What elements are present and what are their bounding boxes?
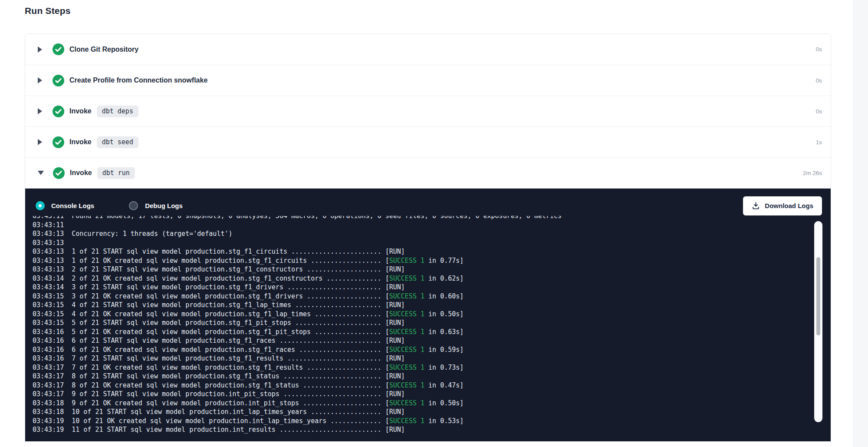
log-line: 03:43:155 of 21 START sql view model pro… [33,318,811,328]
step-duration: 0s [816,108,822,115]
log-message: 5 of 21 OK created sql view model produc… [72,328,389,336]
log-line: 03:43:154 of 21 START sql view model pro… [33,301,811,310]
step-duration: 0s [816,77,822,84]
log-line: 03:43:13Concurrency: 1 threads (target='… [33,229,811,238]
debug-logs-radio[interactable]: Debug Logs [129,201,183,210]
log-success-status: SUCCESS 1 [389,328,424,336]
radio-unselected-icon[interactable] [129,201,138,210]
step-row-create-profile[interactable]: Create Profile from Connection snowflake… [25,65,831,96]
success-check-icon [53,167,65,179]
log-line: 03:43:153 of 21 OK created sql view mode… [33,292,811,301]
log-timestamp: 03:43:18 [33,399,64,407]
log-message: 9 of 21 OK created sql view model produc… [72,399,389,407]
log-line: 03:43:13 [33,238,811,248]
log-timestamp: 03:43:17 [33,381,64,389]
log-line: 03:43:178 of 21 START sql view model pro… [33,372,811,381]
step-label: Invoke [70,169,92,177]
success-check-icon [53,75,64,86]
log-success-status: SUCCESS 1 [389,275,424,282]
console-scrollbar-thumb[interactable] [816,257,820,335]
download-logs-button[interactable]: Download Logs [743,196,822,215]
log-message-suffix: in 0.50s] [424,399,464,407]
success-check-icon [53,106,64,117]
success-check-icon [53,43,64,55]
step-duration: 1s [816,139,822,146]
run-steps-card: Clone Git Repository 0s Create Profile f… [25,33,831,447]
log-timestamp: 03:43:16 [33,354,64,362]
console-logs-radio[interactable]: Console Logs [36,201,94,210]
chevron-right-icon[interactable] [38,139,42,145]
log-message: 8 of 21 START sql view model production.… [72,372,405,380]
step-row-clone-git-repository[interactable]: Clone Git Repository 0s [25,34,831,65]
log-message: 10 of 21 START sql view model production… [72,408,405,416]
log-timestamp: 03:43:15 [33,319,64,327]
log-message-suffix: in 0.73s] [424,364,464,371]
log-line: 03:43:189 of 21 OK created sql view mode… [33,399,811,408]
log-line: 03:43:167 of 21 START sql view model pro… [33,354,811,363]
command-badge: dbt seed [97,136,138,148]
log-success-status: SUCCESS 1 [389,417,424,425]
log-success-status: SUCCESS 1 [389,364,424,371]
chevron-right-icon[interactable] [38,77,42,83]
log-line: 03:43:142 of 21 OK created sql view mode… [33,274,811,283]
page-title: Run Steps [25,6,71,16]
console-scrollbar-track[interactable] [814,221,822,422]
log-success-status: SUCCESS 1 [389,381,424,389]
step-label: Create Profile from Connection snowflake [69,76,207,84]
step-duration: 2m 26s [803,170,822,176]
radio-selected-icon[interactable] [36,201,45,210]
log-line: 03:43:1910 of 21 OK created sql view mod… [33,417,811,426]
step-duration: 0s [816,46,822,53]
command-badge: dbt run [97,167,135,179]
log-success-status: SUCCESS 1 [389,292,424,300]
log-line: 03:43:178 of 21 OK created sql view mode… [33,381,811,390]
log-message-suffix: in 0.77s] [424,257,464,265]
log-line: 03:43:154 of 21 OK created sql view mode… [33,310,811,319]
console-logs-label: Console Logs [51,202,94,209]
log-message: 4 of 21 START sql view model production.… [72,301,405,309]
log-timestamp: 03:43:17 [33,364,64,371]
log-line: 03:43:177 of 21 OK created sql view mode… [33,363,811,372]
log-timestamp: 03:43:13 [33,265,64,273]
log-line: 03:43:165 of 21 OK created sql view mode… [33,328,811,337]
log-message: 5 of 21 START sql view model production.… [72,319,405,327]
download-logs-label: Download Logs [765,202,813,209]
log-message: 7 of 21 OK created sql view model produc… [72,364,389,371]
log-message: Found 21 models, 17 tests, 0 snapshots, … [72,216,562,220]
step-row-invoke-dbt-run[interactable]: Invoke dbt run 2m 26s [25,157,831,188]
log-message-suffix: in 0.63s] [424,328,464,336]
log-timestamp: 03:43:16 [33,337,64,344]
chevron-right-icon[interactable] [38,46,42,53]
log-timestamp: 03:43:18 [33,408,64,416]
log-message: 1 of 21 OK created sql view model produc… [72,257,389,265]
log-timestamp: 03:43:15 [33,310,64,318]
log-message-suffix: in 0.62s] [424,275,464,282]
command-badge: dbt deps [97,106,138,117]
step-label: Invoke [69,138,92,146]
step-label: Invoke [69,107,92,115]
log-line: 03:43:131 of 21 START sql view model pro… [33,247,811,256]
step-row-invoke-dbt-seed[interactable]: Invoke dbt seed 1s [25,126,831,157]
log-message: 3 of 21 START sql view model production.… [72,283,405,291]
success-check-icon [53,136,64,148]
log-timestamp: 03:43:14 [33,275,64,282]
chevron-down-icon[interactable] [38,171,44,175]
log-message: 11 of 21 START sql view model production… [72,426,405,434]
step-row-invoke-dbt-deps[interactable]: Invoke dbt deps 0s [25,96,831,126]
log-message: 8 of 21 OK created sql view model produc… [72,381,389,389]
log-line: 03:43:132 of 21 START sql view model pro… [33,265,811,274]
log-timestamp: 03:43:13 [33,230,64,238]
log-success-status: SUCCESS 1 [389,310,424,318]
download-icon [752,202,760,210]
chevron-right-icon[interactable] [38,108,42,114]
log-timestamp: 03:43:11 [33,221,64,229]
log-timestamp: 03:43:11 [33,216,64,220]
console-header: Console Logs Debug Logs Download Logs [25,189,831,215]
log-line: 03:43:1810 of 21 START sql view model pr… [33,407,811,417]
log-line: 03:43:1911 of 21 START sql view model pr… [33,425,811,434]
log-success-status: SUCCESS 1 [389,346,424,354]
log-timestamp: 03:43:19 [33,417,64,425]
log-message: 2 of 21 START sql view model production.… [72,265,405,273]
log-message-suffix: in 0.59s] [424,346,464,354]
console-panel: Console Logs Debug Logs Download Logs 03… [25,188,831,441]
